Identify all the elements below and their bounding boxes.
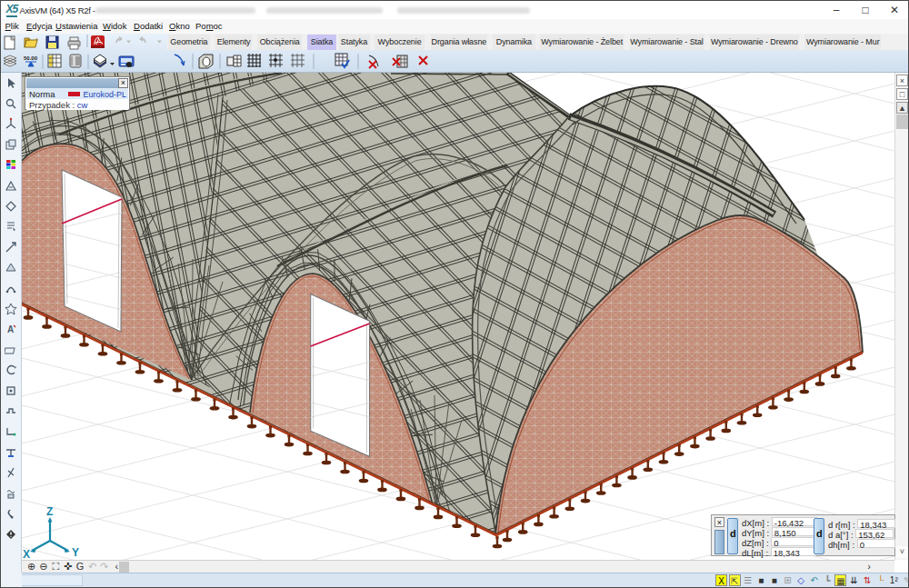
svg-text:A: A <box>7 324 14 334</box>
svg-text:Y: Y <box>72 546 79 559</box>
svg-text:X: X <box>23 548 30 560</box>
svg-text:50.00: 50.00 <box>24 55 38 61</box>
svg-text:Z: Z <box>46 505 53 518</box>
